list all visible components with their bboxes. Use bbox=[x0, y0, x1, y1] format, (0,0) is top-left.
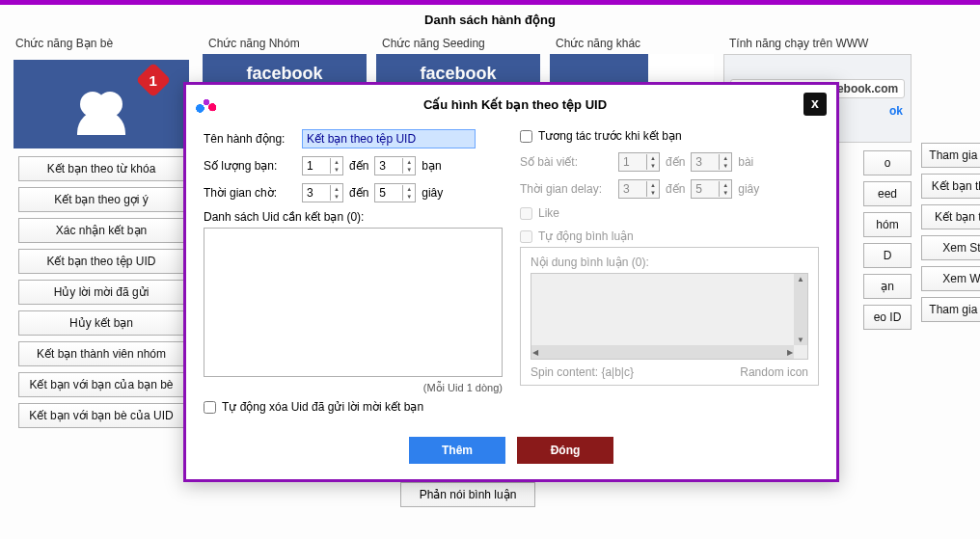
chk-like: Like bbox=[520, 206, 819, 220]
scroll-left-icon: ◀ bbox=[531, 347, 539, 358]
config-modal: Cấu hình Kết bạn theo tệp UID x Tên hành… bbox=[183, 82, 839, 482]
add-button[interactable]: Thêm bbox=[409, 437, 505, 464]
uid-list-textarea[interactable] bbox=[204, 228, 503, 377]
chk-interact-first[interactable]: Tương tác trước khi kết bạn bbox=[520, 129, 819, 143]
qty-from-stepper[interactable]: ▲▼ bbox=[302, 156, 343, 175]
label-wait: Thời gian chờ: bbox=[204, 186, 296, 200]
label-qty: Số lượng bạn: bbox=[204, 159, 296, 173]
chk-autodel[interactable]: Tự động xóa Uid đã gửi lời mời kết bạn bbox=[204, 400, 503, 414]
scroll-down-icon: ▼ bbox=[796, 335, 805, 345]
delay-from-stepper: ▲▼ bbox=[618, 179, 660, 199]
label-delay: Thời gian delay: bbox=[520, 182, 612, 196]
label-uid-list: Danh sách Uid cần kết bạn (0): bbox=[204, 210, 503, 224]
spin-hint: Spin content: {a|b|c} bbox=[531, 365, 634, 379]
chk-auto-comment: Tự động bình luận bbox=[520, 229, 819, 243]
label-posts: Số bài viết: bbox=[520, 155, 612, 169]
close-button[interactable]: Đóng bbox=[517, 437, 613, 464]
action-name-input[interactable] bbox=[302, 129, 476, 148]
app-logo-icon bbox=[196, 94, 217, 115]
posts-to-stepper: ▲▼ bbox=[691, 152, 732, 172]
delay-to-stepper: ▲▼ bbox=[691, 179, 732, 199]
wait-to-stepper[interactable]: ▲▼ bbox=[374, 183, 416, 202]
scroll-up-icon: ▲ bbox=[796, 274, 805, 284]
label-comment-content: Nội dung bình luận (0): bbox=[531, 256, 808, 269]
comment-textarea: ▲▼ ◀▶ bbox=[531, 273, 808, 360]
qty-to-stepper[interactable]: ▲▼ bbox=[374, 156, 416, 175]
label-action-name: Tên hành động: bbox=[204, 132, 296, 146]
close-icon[interactable]: x bbox=[803, 93, 827, 116]
uid-hint: (Mỗi Uid 1 dòng) bbox=[204, 382, 503, 394]
modal-title: Cấu hình Kết bạn theo tệp UID bbox=[227, 97, 803, 112]
random-icon-link: Random icon bbox=[740, 365, 808, 379]
scroll-right-icon: ▶ bbox=[786, 347, 794, 358]
posts-from-stepper: ▲▼ bbox=[618, 152, 660, 172]
wait-from-stepper[interactable]: ▲▼ bbox=[302, 183, 343, 202]
